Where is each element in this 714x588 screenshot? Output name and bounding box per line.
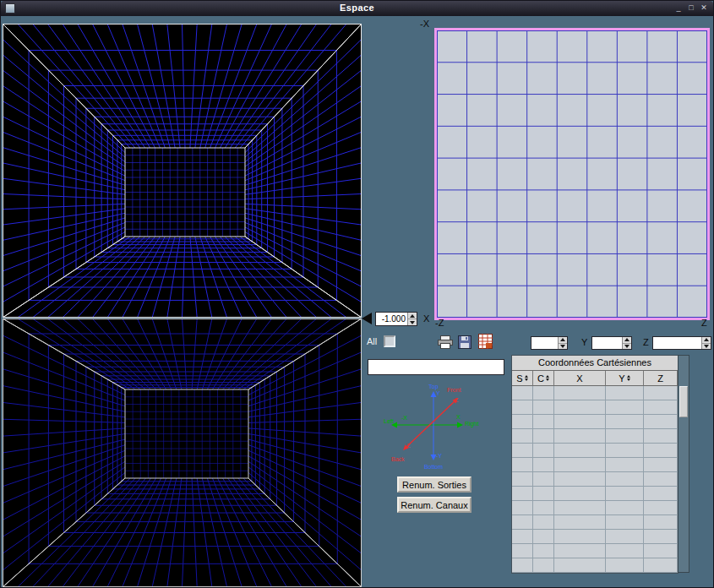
table-cell[interactable]: [554, 501, 606, 515]
table-cell[interactable]: [554, 544, 606, 558]
table-cell[interactable]: [644, 558, 678, 573]
table-cell[interactable]: [606, 501, 644, 515]
table-cell[interactable]: [644, 544, 678, 558]
table-cell[interactable]: [606, 458, 644, 472]
spin-down-button[interactable]: [623, 344, 631, 350]
table-cell[interactable]: [533, 487, 554, 501]
table-cell[interactable]: [554, 487, 606, 501]
table-cell[interactable]: [512, 458, 533, 472]
viewport-3d-top[interactable]: [3, 24, 362, 318]
table-cell[interactable]: [512, 515, 533, 530]
table-cell[interactable]: [533, 444, 554, 458]
scrollbar-thumb[interactable]: [679, 386, 688, 417]
spin-down-button[interactable]: [408, 319, 417, 325]
spin-down-button[interactable]: [702, 344, 711, 350]
table-cell[interactable]: [606, 415, 644, 429]
depth-prev-arrow[interactable]: [362, 313, 372, 324]
table-cell[interactable]: [512, 544, 533, 558]
table-cell[interactable]: [512, 558, 533, 573]
minimize-button[interactable]: _: [673, 3, 684, 14]
table-cell[interactable]: [606, 429, 644, 444]
table-cell[interactable]: [554, 444, 606, 458]
table-cell[interactable]: [644, 472, 678, 487]
export-table-button[interactable]: [478, 334, 493, 352]
table-cell[interactable]: [533, 429, 554, 444]
table-cell[interactable]: [644, 386, 678, 400]
table-cell[interactable]: [606, 487, 644, 501]
maximize-button[interactable]: □: [685, 3, 697, 14]
table-cell[interactable]: [606, 530, 644, 544]
spin-up-button[interactable]: [623, 337, 631, 344]
table-cell[interactable]: [554, 515, 606, 530]
table-cell[interactable]: [533, 558, 554, 573]
table-cell[interactable]: [554, 458, 606, 472]
table-cell[interactable]: [533, 415, 554, 429]
depth-input[interactable]: [376, 313, 407, 325]
table-cell[interactable]: [512, 487, 533, 501]
table-cell[interactable]: [533, 472, 554, 487]
renum-sorties-button[interactable]: Renum. Sorties: [397, 476, 471, 493]
table-cell[interactable]: [533, 515, 554, 530]
table-cell[interactable]: [554, 530, 606, 544]
table-cell[interactable]: [533, 530, 554, 544]
table-cell[interactable]: [554, 558, 606, 573]
name-input[interactable]: [368, 359, 504, 375]
all-checkbox[interactable]: [384, 335, 395, 347]
column-header-z[interactable]: Z: [644, 371, 678, 386]
table-cell[interactable]: [554, 472, 606, 487]
table-cell[interactable]: [644, 515, 678, 530]
x-input[interactable]: [531, 337, 558, 349]
viewport-2d-grid[interactable]: [434, 28, 710, 320]
spin-down-button[interactable]: [559, 344, 567, 350]
sort-spinner[interactable]: [627, 375, 630, 381]
table-cell[interactable]: [644, 458, 678, 472]
y-spinbox[interactable]: [591, 336, 632, 350]
table-cell[interactable]: [606, 544, 644, 558]
table-cell[interactable]: [533, 386, 554, 400]
table-cell[interactable]: [554, 400, 606, 415]
z-input[interactable]: [653, 337, 701, 349]
spin-up-button[interactable]: [408, 313, 417, 319]
table-cell[interactable]: [533, 501, 554, 515]
table-cell[interactable]: [512, 429, 533, 444]
table-cell[interactable]: [512, 501, 533, 515]
z-spinbox[interactable]: [652, 336, 711, 350]
table-cell[interactable]: [533, 458, 554, 472]
column-header-c[interactable]: C: [533, 371, 554, 386]
table-cell[interactable]: [512, 444, 533, 458]
column-header-s[interactable]: S: [512, 371, 533, 386]
spin-up-button[interactable]: [702, 337, 711, 344]
table-cell[interactable]: [512, 400, 533, 415]
table-cell[interactable]: [644, 487, 678, 501]
table-cell[interactable]: [533, 400, 554, 415]
table-cell[interactable]: [606, 400, 644, 415]
viewport-3d-bottom[interactable]: [3, 318, 362, 587]
table-cell[interactable]: [644, 415, 678, 429]
table-cell[interactable]: [512, 386, 533, 400]
table-cell[interactable]: [554, 415, 606, 429]
table-cell[interactable]: [606, 515, 644, 530]
x-spinbox[interactable]: [531, 336, 568, 350]
table-cell[interactable]: [512, 415, 533, 429]
depth-spinbox[interactable]: [375, 312, 417, 326]
close-button[interactable]: ✕: [698, 3, 710, 14]
sort-spinner[interactable]: [546, 375, 549, 381]
table-cell[interactable]: [606, 386, 644, 400]
table-cell[interactable]: [606, 472, 644, 487]
save-button[interactable]: [458, 335, 471, 352]
table-cell[interactable]: [606, 558, 644, 573]
spin-up-button[interactable]: [559, 337, 567, 344]
column-header-x[interactable]: X: [554, 371, 606, 386]
renum-canaux-button[interactable]: Renum. Canaux: [397, 497, 471, 513]
table-cell[interactable]: [606, 444, 644, 458]
print-button[interactable]: [438, 335, 453, 352]
table-cell[interactable]: [644, 501, 678, 515]
table-cell[interactable]: [512, 472, 533, 487]
table-cell[interactable]: [644, 530, 678, 544]
table-cell[interactable]: [554, 429, 606, 444]
sort-spinner[interactable]: [525, 375, 528, 381]
y-input[interactable]: [592, 337, 622, 349]
column-header-y[interactable]: Y: [606, 371, 644, 386]
table-cell[interactable]: [644, 444, 678, 458]
table-scrollbar[interactable]: [678, 355, 689, 573]
